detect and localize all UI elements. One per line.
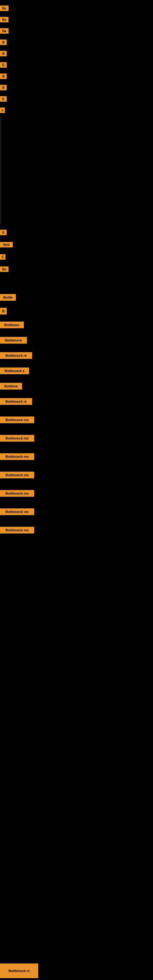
orange-button-btn22[interactable]: Bottleneck re [0, 398, 32, 405]
orange-button-btn19[interactable]: Bottleneck re [0, 352, 32, 359]
orange-button-btn13[interactable]: C [0, 254, 5, 260]
orange-button-btn30[interactable]: Bottleneck re [0, 964, 38, 978]
orange-button-btn29[interactable]: Bottleneck res [0, 527, 34, 533]
orange-button-btn6[interactable]: E [0, 62, 7, 68]
orange-button-btn20[interactable]: Bottleneck e [0, 368, 29, 374]
orange-button-btn27[interactable]: Bottleneck res [0, 490, 34, 497]
orange-button-btn12[interactable]: Bott [0, 242, 13, 247]
orange-button-btn3[interactable]: Ba [0, 28, 9, 34]
orange-button-btn2[interactable]: Bo [0, 17, 9, 22]
orange-button-btn11[interactable]: E [0, 230, 7, 235]
orange-button-btn10[interactable]: s [0, 108, 5, 113]
orange-button-btn1[interactable]: Bo [0, 5, 9, 11]
orange-button-btn24[interactable]: Bottleneck res [0, 435, 34, 442]
orange-button-btn21[interactable]: Bottlene [0, 383, 22, 390]
orange-button-btn8[interactable]: B [0, 85, 7, 90]
orange-button-btn14[interactable]: Bo [0, 266, 9, 272]
orange-button-btn18[interactable]: Bottleneck [0, 337, 27, 344]
orange-button-btn17[interactable]: Bottlenec [0, 321, 24, 328]
orange-button-btn26[interactable]: Bottleneck res [0, 472, 34, 478]
orange-button-btn9[interactable]: E [0, 96, 7, 102]
orange-button-btn4[interactable]: B [0, 40, 7, 45]
orange-button-btn5[interactable]: B [0, 51, 7, 56]
orange-button-btn16[interactable]: B [0, 308, 7, 315]
orange-button-btn25[interactable]: Bottleneck res [0, 453, 34, 460]
orange-button-btn7[interactable]: B [0, 73, 7, 79]
orange-button-btn23[interactable]: Bottleneck res [0, 417, 34, 423]
orange-button-btn28[interactable]: Bottleneck res [0, 508, 34, 515]
orange-button-btn15[interactable]: Bottle [0, 294, 16, 301]
